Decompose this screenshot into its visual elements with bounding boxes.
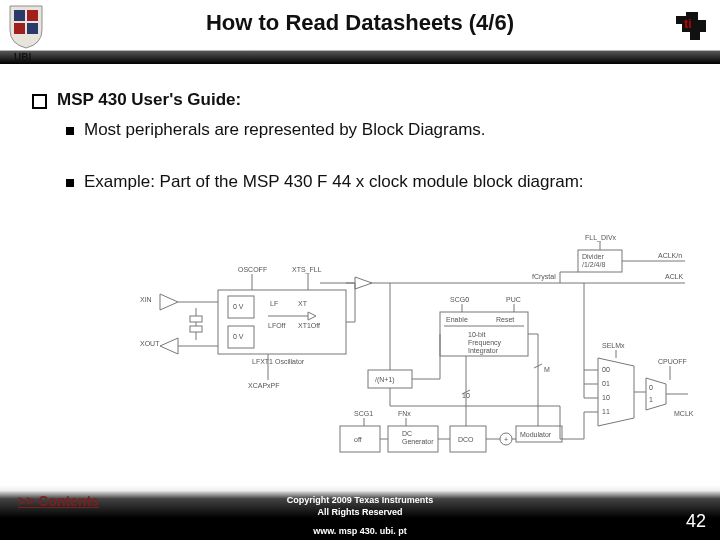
- svg-text:0 V: 0 V: [233, 303, 244, 310]
- svg-text:Enable: Enable: [446, 316, 468, 323]
- bullet-l1-text: MSP 430 User's Guide:: [57, 90, 241, 110]
- bullet-level2: Example: Part of the MSP 430 F 44 x cloc…: [66, 172, 688, 192]
- bullet-level1: MSP 430 User's Guide:: [32, 90, 688, 110]
- svg-rect-28: [190, 316, 202, 322]
- svg-text:Reset: Reset: [496, 316, 514, 323]
- page-number: 42: [686, 511, 706, 532]
- svg-text:LFXT1 Oscillator: LFXT1 Oscillator: [252, 358, 305, 365]
- svg-text:ACLK: ACLK: [665, 273, 684, 280]
- svg-text:Divider/1/2/4/8: Divider/1/2/4/8: [582, 253, 605, 268]
- bullet-hollow-icon: [32, 94, 47, 109]
- footer-url: www. msp 430. ubi. pt: [0, 526, 720, 536]
- svg-text:1: 1: [649, 396, 653, 403]
- bullet-solid-icon: [66, 179, 74, 187]
- svg-text:SCG0: SCG0: [450, 296, 469, 303]
- svg-text:0: 0: [649, 384, 653, 391]
- slide-header: UBI How to Read Datasheets (4/6) ti: [0, 0, 720, 64]
- svg-text:/(N+1): /(N+1): [375, 376, 395, 384]
- svg-text:01: 01: [602, 380, 610, 387]
- svg-text:PUC: PUC: [506, 296, 521, 303]
- svg-text:LF: LF: [270, 300, 278, 307]
- svg-text:fCrystal: fCrystal: [532, 273, 556, 281]
- svg-text:ACLK/n: ACLK/n: [658, 252, 682, 259]
- slide-body: MSP 430 User's Guide: Most peripherals a…: [0, 64, 720, 192]
- svg-marker-22: [160, 294, 178, 310]
- svg-text:10: 10: [602, 394, 610, 401]
- svg-text:OSCOFF: OSCOFF: [238, 266, 267, 273]
- copyright-text: Copyright 2009 Texas Instruments All Rig…: [0, 495, 720, 518]
- svg-text:XCAPxPF: XCAPxPF: [248, 382, 280, 389]
- svg-text:SCG1: SCG1: [354, 410, 373, 417]
- bullet-l2a-text: Most peripherals are represented by Bloc…: [84, 120, 486, 140]
- svg-text:Modulator: Modulator: [520, 431, 552, 438]
- bullet-l2b-text: Example: Part of the MSP 430 F 44 x cloc…: [84, 172, 584, 192]
- svg-text:+: +: [504, 436, 508, 443]
- svg-marker-43: [355, 277, 372, 289]
- svg-text:MCLK: MCLK: [674, 410, 694, 417]
- svg-rect-29: [190, 326, 202, 332]
- svg-text:SELMx: SELMx: [602, 342, 625, 349]
- svg-text:DCO: DCO: [458, 436, 474, 443]
- svg-text:LFOff: LFOff: [268, 322, 285, 329]
- svg-text:M: M: [544, 366, 550, 373]
- org-label: UBI: [14, 52, 31, 63]
- slide-title: How to Read Datasheets (4/6): [0, 10, 720, 36]
- svg-text:XIN: XIN: [140, 296, 152, 303]
- svg-marker-25: [160, 338, 178, 354]
- svg-text:XOUT: XOUT: [140, 340, 160, 347]
- bullet-solid-icon: [66, 127, 74, 135]
- svg-text:FNx: FNx: [398, 410, 411, 417]
- bullet-level2: Most peripherals are represented by Bloc…: [66, 120, 688, 140]
- svg-text:XTS_FLL: XTS_FLL: [292, 266, 322, 274]
- svg-text:00: 00: [602, 366, 610, 373]
- svg-text:CPUOFF: CPUOFF: [658, 358, 687, 365]
- svg-text:XT: XT: [298, 300, 308, 307]
- ti-logo-icon: ti: [672, 6, 712, 46]
- svg-text:0 V: 0 V: [233, 333, 244, 340]
- svg-text:ti: ti: [684, 16, 692, 31]
- block-diagram: FLL_DIVx Divider/1/2/4/8 ACLK/n fCrystal…: [140, 230, 700, 470]
- svg-text:11: 11: [602, 408, 610, 415]
- svg-text:off: off: [354, 436, 362, 443]
- svg-text:XT1Off: XT1Off: [298, 322, 320, 329]
- slide-footer: >> Contents Copyright 2009 Texas Instrum…: [0, 485, 720, 540]
- svg-marker-106: [646, 378, 666, 410]
- svg-text:FLL_DIVx: FLL_DIVx: [585, 234, 617, 242]
